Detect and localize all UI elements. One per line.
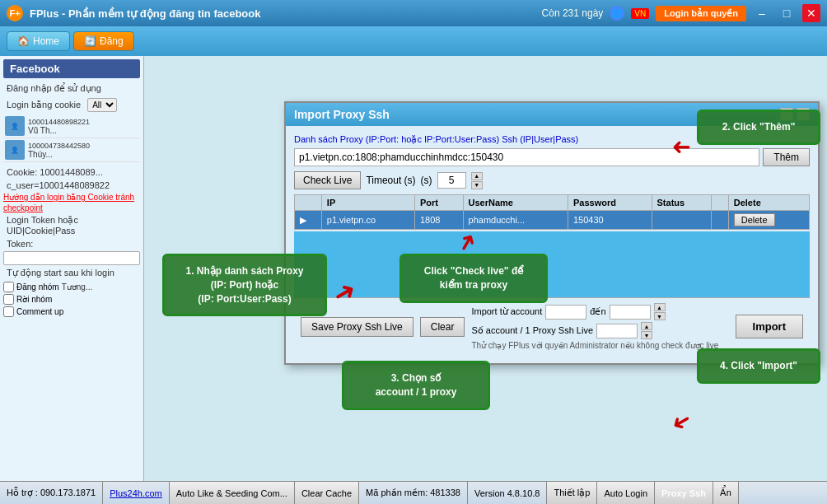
title-bar: F+ FPlus - Phần mềm tự động đăng tin fac… [0,0,827,26]
user-avatar-2: 👤 [5,140,25,160]
flag-icon: VN [631,8,649,19]
leave-group-label: Rời nhóm [16,295,52,304]
col-arrow [295,195,322,211]
auto-login-status[interactable]: Auto Login [597,482,655,504]
bottom-controls: Save Proxy Ssh Live Clear Import từ acco… [294,297,810,355]
annotation-box-4: 4. Click "Import" [697,348,820,384]
sidebar: Facebook Đăng nhập để sử dụng Login bằng… [0,56,144,481]
clear-button[interactable]: Clear [420,317,465,337]
an-status[interactable]: Ẩn [713,482,739,504]
globe-icon: 🌐 [610,6,624,21]
timeout-spinner: ▲ ▼ [471,172,483,189]
col-status: Status [652,195,712,211]
row-username: phamducchi... [463,211,568,230]
col-ip: IP [321,195,414,211]
col-password: Password [568,195,652,211]
leave-group-row: Rời nhóm [3,294,140,305]
login-button[interactable]: Login bản quyền [656,6,746,21]
clear-cache-status[interactable]: Clear Cache [295,482,359,504]
minimize-button[interactable]: – [753,4,771,22]
login-cookie-label: Login bằng cookie [3,98,84,112]
spin-down-btn[interactable]: ▼ [471,181,483,189]
spin-up-btn[interactable]: ▲ [471,172,483,180]
per-proxy-row: Số account / 1 Proxy Ssh Live ▲ ▼ [471,322,718,339]
close-button[interactable]: ✕ [802,4,820,22]
guide-link[interactable]: Hướng dẫn login bằng Cookie tránh checkp… [3,192,140,213]
to-label: đến [590,306,605,317]
per-spin-down[interactable]: ▼ [641,331,652,339]
thiet-lap-status[interactable]: Thiết lập [547,482,597,504]
user-name-2: 100004738442580 Thúy... [28,142,90,159]
delete-row-button[interactable]: Delete [734,213,775,226]
import-button[interactable]: Import [736,315,803,338]
auto-like-status[interactable]: Auto Like & Seeding Com... [170,482,295,504]
col-spacer [712,195,728,211]
website-status[interactable]: Plus24h.com [103,482,170,504]
all-select[interactable]: All [87,98,117,112]
col-username: UserName [463,195,568,211]
col-delete: Delete [728,195,809,211]
status-bar: Hỗ trợ : 090.173.1871 Plus24h.com Auto L… [0,481,827,504]
dialog-content: Danh sách Proxy (IP:Port: hoặc IP:Port:U… [286,126,818,363]
per-spin-up[interactable]: ▲ [641,322,652,330]
content-area: Import Proxy Ssh – □ Danh sách Proxy (IP… [144,56,827,481]
col-port: Port [414,195,463,211]
import-from-input[interactable] [545,305,586,320]
days-left: Còn 231 ngày [542,7,604,19]
sidebar-login-desc: Đăng nhập để sử dụng [3,82,140,96]
save-proxy-button[interactable]: Save Proxy Ssh Live [301,317,414,337]
comment-row: Comment up [3,306,140,317]
annotation-box-1: 1. Nhập danh sách Proxy(IP: Port) hoặc(I… [162,254,327,316]
timeout-label: Timeout (s) [366,175,415,186]
blue-info-area [294,231,810,297]
proxy-input-row: Thêm [294,148,810,166]
row-status [652,211,712,230]
token-input[interactable] [3,251,140,265]
check-live-annotation: Click "Check live" đểkiểm tra proxy [399,254,548,303]
timeout-input[interactable] [437,172,466,189]
user-name-1: 100014480898221 Vũ Th... [28,118,90,135]
per-proxy-input[interactable] [596,324,638,338]
annotation-box-3: 3. Chọn sốaccount / 1 proxy [342,361,490,410]
auto-start-label: Tự động start sau khi login [3,266,140,280]
user-row-1[interactable]: 👤 100014480898221 Vũ Th... [3,114,140,138]
tung-label: Tương... [62,282,93,292]
import-to-input[interactable] [610,305,651,320]
dang-nav-btn[interactable]: 🔄 Đăng [73,31,134,51]
cuser-label: c_user=10001448089822 [3,179,140,192]
leave-group-checkbox[interactable] [3,294,14,305]
per-proxy-spinner: ▲ ▼ [641,322,652,339]
per-proxy-label: Số account / 1 Proxy Ssh Live [471,325,593,336]
row-ip: p1.vietpn.co [321,211,414,230]
main-area: Facebook Đăng nhập để sử dụng Login bằng… [0,56,827,481]
check-live-button[interactable]: Check Live [294,171,361,189]
import-from-row: Import từ account đến ▲ ▼ [471,303,718,320]
to-spin-down[interactable]: ▼ [654,312,666,320]
join-group-checkbox[interactable] [3,282,14,292]
admin-note: Thử chạy FPlus với quyền Administrator n… [471,341,718,350]
ma-phan-mem-status: Mã phần mềm: 481338 [359,482,468,504]
annotation-box-2: 2. Click "Thêm" [697,110,820,145]
join-group-row: Đăng nhóm Tương... [3,282,140,292]
user-row-2[interactable]: 👤 100004738442580 Thúy... [3,138,140,162]
nav-bar: 🏠 Home 🔄 Đăng [0,26,827,56]
token-input-label: Token: [3,237,140,250]
row-delete-cell: Delete [728,211,809,230]
table-row[interactable]: ▶ p1.vietpn.co 1808 phamducchi... 150430… [295,211,810,230]
app-icon: F+ [7,5,23,21]
cookie-section: Cookie: 10001448089... c_user=1000144808… [3,166,140,192]
maximize-button[interactable]: □ [778,4,796,22]
proxy-ssh-status[interactable]: Proxy Ssh [655,482,713,504]
version-status: Version 4.8.10.8 [468,482,548,504]
home-nav-btn[interactable]: 🏠 Home [7,31,70,51]
them-button[interactable]: Thêm [763,148,810,166]
comment-checkbox[interactable] [3,306,14,317]
check-live-row: Check Live Timeout (s) (s) ▲ ▼ [294,171,810,189]
row-password: 150430 [568,211,652,230]
arrow-4: ➜ [666,405,696,438]
title-bar-right: Còn 231 ngày 🌐 VN Login bản quyền – □ ✕ [542,4,820,22]
to-spin-up[interactable]: ▲ [654,303,666,311]
home-label: Home [33,35,59,47]
timeout-unit: (s) [421,175,432,186]
proxy-table: IP Port UserName Password Status Delete … [294,194,810,230]
